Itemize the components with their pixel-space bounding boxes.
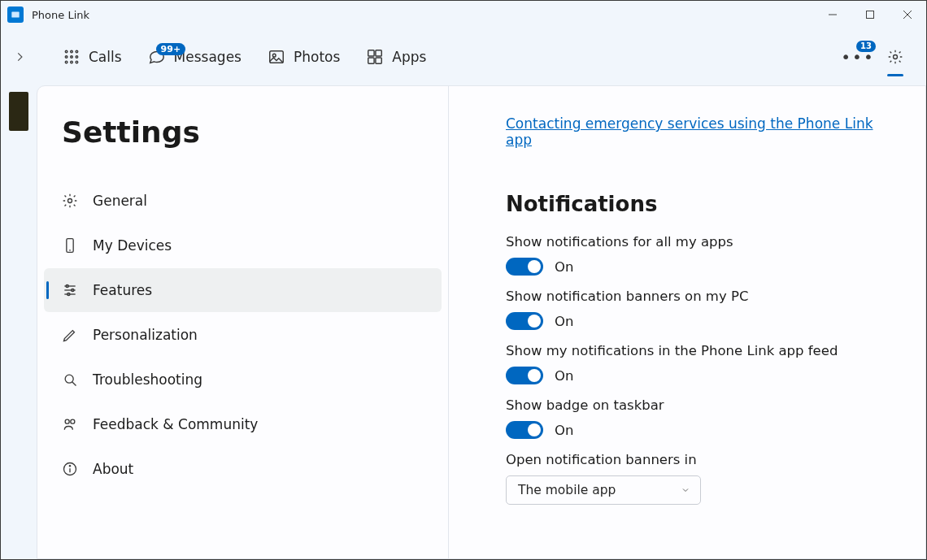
app-title: Phone Link — [32, 9, 89, 21]
svg-point-30 — [65, 375, 73, 383]
svg-rect-18 — [368, 58, 374, 63]
sidebar-item-label: Personalization — [93, 327, 198, 343]
svg-point-6 — [71, 50, 73, 53]
section-title-notifications: Notifications — [506, 192, 893, 216]
gear-icon — [62, 193, 78, 209]
svg-rect-19 — [376, 58, 381, 63]
settings-main: Contacting emergency services using the … — [449, 86, 925, 558]
phone-icon — [62, 237, 78, 254]
open-banners-dropdown[interactable]: The mobile app — [506, 475, 701, 505]
svg-point-20 — [894, 55, 898, 59]
dropdown-value: The mobile app — [518, 483, 616, 497]
nav-bar: Calls Messages 99+ Photos Apps ••• — [1, 28, 926, 85]
settings-sidebar: Settings General My Devices — [37, 86, 449, 558]
messages-badge: 99+ — [156, 43, 186, 55]
sidebar-item-label: Features — [93, 282, 152, 298]
title-bar: Phone Link — [1, 1, 926, 28]
svg-point-11 — [65, 61, 67, 63]
sidebar-item-mydevices[interactable]: My Devices — [44, 224, 442, 267]
pen-icon — [62, 327, 78, 343]
svg-point-12 — [71, 61, 73, 63]
sidebar-item-about[interactable]: About — [44, 447, 442, 491]
svg-line-31 — [72, 382, 76, 386]
sidebar-item-label: General — [93, 193, 147, 209]
toggle-label-taskbar-badge: Show badge on taskbar — [506, 397, 893, 413]
sidebar-item-label: My Devices — [93, 237, 172, 254]
svg-point-9 — [71, 56, 73, 59]
close-button[interactable] — [889, 1, 926, 28]
minimize-button[interactable] — [814, 1, 851, 28]
toggle-feed[interactable] — [506, 367, 543, 384]
nav-apps-label: Apps — [392, 49, 426, 65]
more-badge: 13 — [856, 41, 876, 52]
gear-icon — [887, 49, 903, 65]
toggle-label-show-all: Show notifications for all my apps — [506, 234, 893, 250]
photo-icon — [268, 48, 285, 66]
bug-icon — [62, 371, 78, 388]
dialpad-icon — [63, 48, 81, 66]
nav-calls[interactable]: Calls — [51, 41, 133, 72]
nav-photos-label: Photos — [294, 49, 340, 65]
settings-panel: Settings General My Devices — [37, 85, 926, 559]
more-button[interactable]: ••• 13 — [843, 42, 873, 72]
toggle-label-feed: Show my notifications in the Phone Link … — [506, 343, 893, 358]
feedback-icon — [62, 416, 78, 432]
svg-point-33 — [71, 419, 75, 423]
toggle-state: On — [555, 423, 573, 438]
sidebar-item-general[interactable]: General — [44, 179, 442, 223]
svg-point-8 — [65, 56, 67, 59]
apps-icon — [366, 48, 384, 66]
sidebar-item-label: About — [93, 461, 133, 477]
svg-rect-2 — [867, 11, 874, 19]
svg-point-13 — [76, 61, 78, 63]
svg-rect-0 — [11, 12, 19, 18]
svg-rect-17 — [376, 50, 381, 56]
sidebar-item-label: Feedback & Community — [93, 416, 258, 432]
nav-apps[interactable]: Apps — [355, 41, 437, 72]
expand-button[interactable] — [6, 41, 33, 73]
info-icon — [62, 461, 78, 477]
svg-rect-16 — [368, 50, 374, 56]
svg-point-15 — [272, 54, 276, 57]
svg-point-10 — [76, 56, 78, 59]
sliders-icon — [62, 282, 78, 298]
toggle-label-banners-pc: Show notification banners on my PC — [506, 289, 893, 304]
settings-heading: Settings — [37, 115, 448, 149]
device-rail — [1, 85, 37, 559]
toggle-state: On — [555, 259, 573, 275]
app-icon — [7, 7, 24, 23]
sidebar-item-label: Troubleshooting — [93, 371, 202, 388]
svg-point-5 — [65, 50, 67, 53]
svg-point-32 — [65, 419, 69, 423]
toggle-show-all[interactable] — [506, 258, 543, 276]
sidebar-item-features[interactable]: Features — [44, 268, 442, 312]
svg-point-36 — [69, 466, 70, 467]
settings-active-indicator — [887, 74, 903, 76]
nav-calls-label: Calls — [89, 49, 122, 65]
nav-photos[interactable]: Photos — [256, 41, 351, 72]
sidebar-item-feedback[interactable]: Feedback & Community — [44, 402, 442, 446]
open-banners-label: Open notification banners in — [506, 452, 893, 467]
svg-point-7 — [76, 50, 78, 53]
emergency-link[interactable]: Contacting emergency services using the … — [506, 115, 893, 148]
sidebar-item-troubleshooting[interactable]: Troubleshooting — [44, 358, 442, 402]
maximize-button[interactable] — [851, 1, 889, 28]
chevron-down-icon — [681, 485, 690, 495]
nav-messages[interactable]: Messages 99+ — [137, 41, 253, 72]
phone-thumbnail[interactable] — [9, 92, 28, 131]
toggle-taskbar-badge[interactable] — [506, 421, 543, 439]
settings-button[interactable] — [881, 42, 910, 72]
sidebar-item-personalization[interactable]: Personalization — [44, 313, 442, 357]
toggle-state: On — [555, 368, 573, 384]
toggle-state: On — [555, 314, 573, 329]
svg-point-21 — [68, 199, 72, 203]
toggle-banners-pc[interactable] — [506, 312, 543, 330]
